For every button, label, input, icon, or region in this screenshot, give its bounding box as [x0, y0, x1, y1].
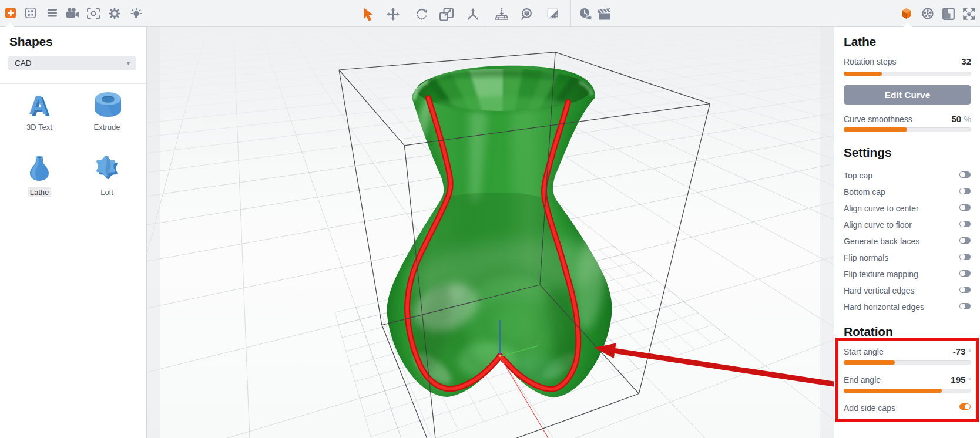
svg-text:A: A: [28, 90, 48, 120]
